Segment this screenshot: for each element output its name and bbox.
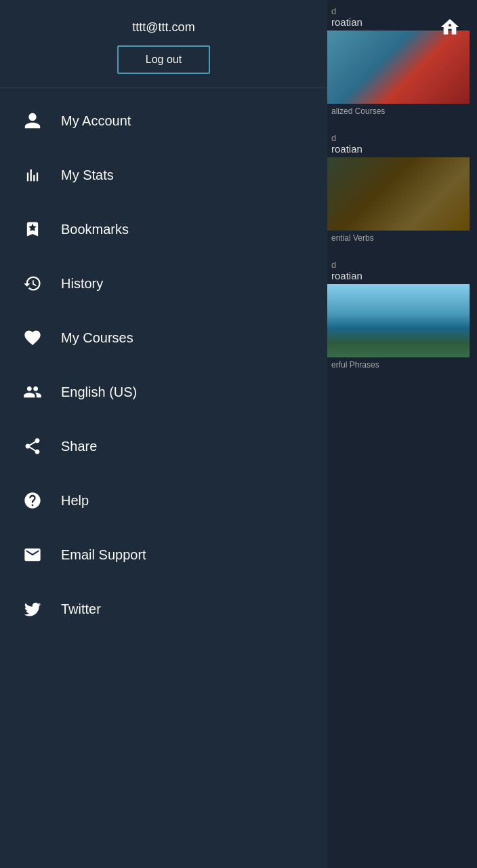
card3-label: erful Phrases xyxy=(327,357,477,372)
home-icon xyxy=(439,16,461,38)
history-icon xyxy=(20,271,45,296)
logout-button[interactable]: Log out xyxy=(117,45,210,74)
menu-label-history: History xyxy=(61,276,103,292)
drawer-menu: tttt@ttt.com Log out My Account My Stats… xyxy=(0,0,327,868)
bookmarks-icon xyxy=(20,217,45,241)
menu-item-my-account[interactable]: My Account xyxy=(0,94,327,148)
menu-label-english-us: English (US) xyxy=(61,384,137,400)
menu-label-twitter: Twitter xyxy=(61,601,101,617)
right-panel: d roatian alized Courses d roatian entia… xyxy=(327,0,477,868)
home-button[interactable] xyxy=(435,12,465,42)
card3-image xyxy=(327,284,470,357)
menu-label-my-courses: My Courses xyxy=(61,330,133,346)
menu-label-my-account: My Account xyxy=(61,113,131,129)
menu-item-help[interactable]: Help xyxy=(0,473,327,528)
menu-item-english-us[interactable]: English (US) xyxy=(0,365,327,419)
share-icon xyxy=(20,434,45,458)
card2-label: ential Verbs xyxy=(327,231,477,245)
right-card-3: d roatian erful Phrases xyxy=(327,254,477,372)
card2-text: d roatian xyxy=(327,127,477,157)
heart-icon xyxy=(20,326,45,350)
menu-item-my-courses[interactable]: My Courses xyxy=(0,311,327,365)
card2-image xyxy=(327,157,470,231)
menu-list: My Account My Stats Bookmarks History xyxy=(0,88,327,868)
drawer-header: tttt@ttt.com Log out xyxy=(0,0,327,88)
menu-item-my-stats[interactable]: My Stats xyxy=(0,148,327,202)
menu-item-bookmarks[interactable]: Bookmarks xyxy=(0,202,327,256)
menu-item-history[interactable]: History xyxy=(0,256,327,311)
language-icon xyxy=(20,380,45,404)
card3-text: d roatian xyxy=(327,254,477,284)
card1-label: alized Courses xyxy=(327,104,477,119)
help-icon xyxy=(20,488,45,513)
account-icon xyxy=(20,108,45,133)
menu-item-twitter[interactable]: Twitter xyxy=(0,582,327,636)
user-email: tttt@ttt.com xyxy=(14,20,314,35)
menu-label-bookmarks: Bookmarks xyxy=(61,222,129,237)
menu-label-email-support: Email Support xyxy=(61,547,146,563)
menu-item-share[interactable]: Share xyxy=(0,419,327,473)
menu-label-share: Share xyxy=(61,439,97,454)
menu-label-my-stats: My Stats xyxy=(61,167,114,183)
right-card-2: d roatian ential Verbs xyxy=(327,127,477,245)
stats-icon xyxy=(20,163,45,187)
menu-label-help: Help xyxy=(61,493,89,509)
email-icon xyxy=(20,542,45,567)
menu-item-email-support[interactable]: Email Support xyxy=(0,528,327,582)
twitter-icon xyxy=(20,597,45,621)
svg-point-0 xyxy=(449,24,451,26)
